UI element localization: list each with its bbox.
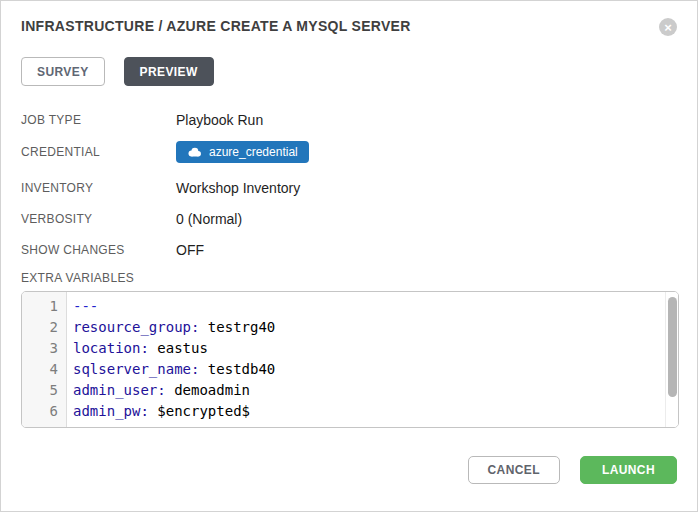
editor-scrollbar-track[interactable]	[665, 292, 678, 427]
detail-row-job-type: JOB TYPE Playbook Run	[21, 110, 677, 129]
job-type-label: JOB TYPE	[21, 113, 176, 127]
line-number: 1	[22, 296, 67, 317]
dialog-footer: CANCEL LAUNCH	[21, 456, 677, 484]
tab-preview[interactable]: PREVIEW	[124, 57, 214, 86]
line-number: 4	[22, 359, 67, 380]
line-number: 3	[22, 338, 67, 359]
line-number: 6	[22, 401, 67, 422]
yaml-value: testdb40	[199, 361, 275, 377]
tab-bar: SURVEY PREVIEW	[21, 57, 677, 86]
code-line: 3 location: eastus	[22, 338, 678, 359]
job-details: JOB TYPE Playbook Run CREDENTIAL azur	[21, 110, 677, 259]
editor-code-area[interactable]: 1 --- 2 resource_group: testrg40 3 locat…	[22, 292, 678, 428]
inventory-value: Workshop Inventory	[176, 180, 300, 196]
yaml-value: testrg40	[199, 319, 275, 335]
cancel-button[interactable]: CANCEL	[468, 456, 560, 484]
close-icon[interactable]: ×	[659, 18, 677, 36]
yaml-doc-separator: ---	[73, 298, 98, 314]
verbosity-value: 0 (Normal)	[176, 211, 242, 227]
credential-badge-label: azure_credential	[209, 145, 298, 159]
yaml-value: eastus	[149, 340, 208, 356]
line-number: 5	[22, 380, 67, 401]
yaml-key: resource_group:	[73, 319, 199, 335]
credential-badge: azure_credential	[176, 141, 309, 163]
launch-button[interactable]: LAUNCH	[580, 456, 677, 484]
yaml-value: $encrypted$	[149, 403, 250, 419]
line-number: 2	[22, 317, 67, 338]
dialog-title: INFRASTRUCTURE / AZURE CREATE A MYSQL SE…	[21, 16, 411, 36]
code-line: 2 resource_group: testrg40	[22, 317, 678, 338]
code-line: 6 admin_pw: $encrypted$	[22, 401, 678, 422]
show-changes-label: SHOW CHANGES	[21, 243, 176, 257]
detail-row-show-changes: SHOW CHANGES OFF	[21, 240, 677, 259]
code-line: 4 sqlserver_name: testdb40	[22, 359, 678, 380]
inventory-label: INVENTORY	[21, 181, 176, 195]
yaml-key: admin_pw:	[73, 403, 149, 419]
yaml-key: sqlserver_name:	[73, 361, 199, 377]
detail-row-inventory: INVENTORY Workshop Inventory	[21, 178, 677, 197]
job-type-value: Playbook Run	[176, 112, 263, 128]
code-line: 7	[22, 422, 678, 428]
tab-survey[interactable]: SURVEY	[21, 57, 105, 86]
cloud-icon	[187, 147, 202, 157]
detail-row-credential: CREDENTIAL azure_credential	[21, 141, 677, 163]
editor-scrollbar-thumb[interactable]	[668, 297, 677, 397]
show-changes-value: OFF	[176, 242, 204, 258]
code-line: 1 ---	[22, 296, 678, 317]
extra-variables-label: EXTRA VARIABLES	[21, 271, 677, 285]
yaml-key: location:	[73, 340, 149, 356]
extra-variables-editor[interactable]: 1 --- 2 resource_group: testrg40 3 locat…	[21, 291, 679, 428]
credential-label: CREDENTIAL	[21, 145, 176, 159]
yaml-key: admin_user:	[73, 382, 166, 398]
detail-row-verbosity: VERBOSITY 0 (Normal)	[21, 209, 677, 228]
launch-preview-dialog: INFRASTRUCTURE / AZURE CREATE A MYSQL SE…	[0, 0, 698, 512]
yaml-value: demoadmin	[166, 382, 250, 398]
verbosity-label: VERBOSITY	[21, 212, 176, 226]
code-line: 5 admin_user: demoadmin	[22, 380, 678, 401]
dialog-header: INFRASTRUCTURE / AZURE CREATE A MYSQL SE…	[21, 16, 677, 36]
line-number: 7	[22, 422, 67, 428]
